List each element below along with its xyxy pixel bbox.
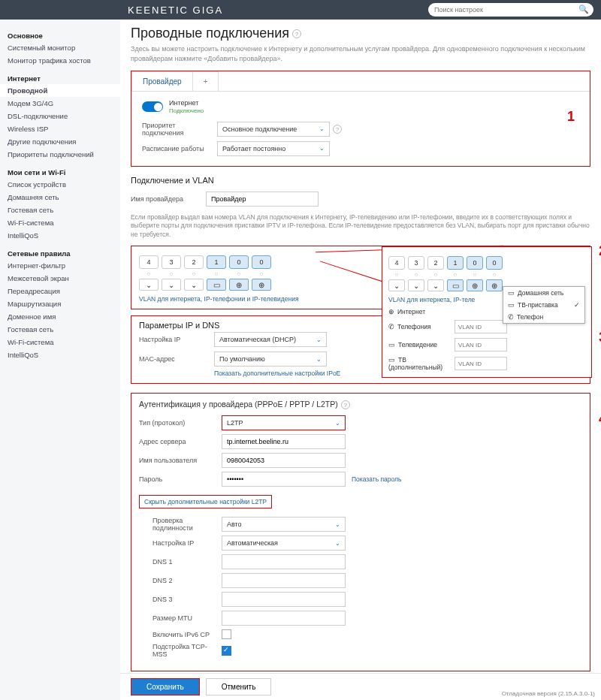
sidebar-item[interactable]: Переадресация	[0, 285, 120, 297]
provider-name-label: Имя провайдера	[131, 195, 206, 203]
sidebar-group: Сетевые правила	[0, 246, 120, 259]
sidebar-item[interactable]: Гостевая сеть	[0, 323, 120, 336]
sidebar: ОсновноеСистемный мониторМонитор трафика…	[0, 20, 120, 700]
auth-title: Аутентификация у провайдера (PPPoE / PPT…	[139, 400, 582, 409]
ipcfg2-select[interactable]: Автоматическая⌄	[222, 536, 346, 551]
username-label: Имя пользователя	[139, 457, 222, 464]
port[interactable]: 0○⊕	[486, 256, 503, 291]
port[interactable]: 1○▭	[207, 255, 226, 291]
dns1-input[interactable]	[222, 554, 346, 569]
port[interactable]: 3○⌄	[162, 255, 181, 291]
port-role-dropdown[interactable]: ▭Домашняя сеть ▭ТВ-приставка ✆Телефон	[503, 286, 585, 324]
dns1-label: DNS 1	[153, 558, 222, 566]
tcpmss-label: Подстройка TCP-MSS	[153, 643, 222, 658]
popup-internet-label: ⊕Интернет	[388, 308, 455, 315]
sidebar-item[interactable]: IntelliQoS	[0, 229, 120, 242]
port[interactable]: 2○⌄	[427, 256, 444, 291]
ip-title: Параметры IP и DNS	[139, 321, 219, 330]
vlan-hint: Если провайдер выдал вам номера VLAN для…	[131, 213, 590, 240]
brand-logo: KEENETIC GIGA	[128, 5, 223, 16]
server-label: Адрес сервера	[139, 438, 222, 445]
port[interactable]: 0○⊕	[229, 255, 249, 291]
ipoe-more-link[interactable]: Показать дополнительные настройки IPoE	[214, 370, 340, 377]
hide-l2tp-link[interactable]: Скрыть дополнительные настройки L2TP	[139, 495, 272, 508]
sidebar-item[interactable]: Доменное имя	[0, 310, 120, 323]
port[interactable]: 0○⊕	[467, 256, 483, 291]
schedule-select[interactable]: Работает постоянно⌄	[217, 141, 330, 156]
mtu-label: Размер MTU	[153, 614, 222, 622]
port[interactable]: 1○▭	[447, 256, 464, 291]
mac-select[interactable]: По умолчанию⌄	[214, 352, 327, 367]
username-input[interactable]	[222, 453, 346, 468]
sidebar-item[interactable]: Маршрутизация	[0, 297, 120, 310]
show-password-link[interactable]: Показать пароль	[352, 475, 401, 483]
tab-add-provider[interactable]: +	[192, 71, 219, 91]
priority-select[interactable]: Основное подключение⌄	[217, 122, 330, 137]
ipcfg2-label: Настройка IP	[153, 539, 222, 547]
dropdown-item[interactable]: ▭ТВ-приставка	[503, 299, 584, 311]
dropdown-item[interactable]: ▭Домашняя сеть	[503, 287, 584, 299]
ipv6cp-checkbox[interactable]	[222, 629, 231, 639]
sidebar-item[interactable]: Приоритеты подключений	[0, 148, 120, 161]
mtu-input[interactable]	[222, 611, 346, 626]
server-input[interactable]	[222, 434, 346, 449]
help-icon[interactable]: ?	[292, 29, 301, 38]
port[interactable]: 2○⌄	[184, 255, 204, 291]
annotation-1: 1	[567, 109, 575, 125]
sidebar-item[interactable]: Проводной	[0, 84, 120, 97]
auth-panel: Аутентификация у провайдера (PPPoE / PPT…	[131, 393, 590, 671]
priority-label: Приоритет подключения	[142, 122, 217, 137]
cancel-button[interactable]: Отменить	[206, 678, 272, 695]
sidebar-item[interactable]: Гостевая сеть	[0, 204, 120, 216]
internet-toggle[interactable]	[142, 101, 163, 112]
sidebar-item[interactable]: Монитор трафика хостов	[0, 54, 120, 67]
popup-tv-label: ▭Телевидение	[388, 341, 455, 348]
vlan-tv-input[interactable]	[455, 338, 507, 352]
sidebar-item[interactable]: Другие подключения	[0, 135, 120, 148]
vlan-phone-input[interactable]	[455, 320, 507, 333]
sidebar-item[interactable]: Интернет-фильтр	[0, 259, 120, 272]
port[interactable]: 4○⌄	[139, 255, 159, 291]
sidebar-item[interactable]: DSL-подключение	[0, 110, 120, 122]
search-input[interactable]	[428, 3, 593, 17]
popup-phone-label: ✆Телефония	[388, 323, 455, 330]
internet-toggle-label: Интернет Подключено	[169, 99, 204, 114]
search-icon[interactable]: 🔍	[578, 5, 589, 14]
sidebar-item[interactable]: Межсетевой экран	[0, 272, 120, 285]
protocol-label: Тип (протокол)	[139, 419, 222, 427]
schedule-label: Расписание работы	[142, 145, 217, 152]
sidebar-item[interactable]: Системный монитор	[0, 41, 120, 54]
port[interactable]: 4○⌄	[388, 256, 405, 291]
ip-config-select[interactable]: Автоматическая (DHCP)⌄	[214, 332, 327, 347]
authcheck-select[interactable]: Авто⌄	[222, 517, 346, 532]
port[interactable]: 3○⌄	[408, 256, 424, 291]
ipv6cp-label: Включить IPv6 CP	[153, 631, 222, 638]
sidebar-item[interactable]: Список устройств	[0, 178, 120, 191]
sidebar-item[interactable]: IntelliQoS	[0, 348, 120, 361]
tab-provider[interactable]: Провайдер	[131, 71, 193, 91]
password-input[interactable]	[222, 472, 346, 487]
save-button[interactable]: Сохранить	[131, 679, 199, 695]
version-label: Отладочная версия (2.15.A.3.0-1)	[502, 690, 595, 697]
mac-label: MAC-адрес	[139, 355, 214, 363]
sidebar-item[interactable]: Модем 3G/4G	[0, 97, 120, 110]
sidebar-item[interactable]: Wi-Fi-система	[0, 216, 120, 229]
page-subtitle: Здесь вы можете настроить подключение к …	[131, 44, 590, 63]
sidebar-item[interactable]: Wi-Fi-система	[0, 336, 120, 348]
protocol-select[interactable]: L2TP⌄	[222, 415, 346, 430]
dns2-input[interactable]	[222, 573, 346, 588]
vlan-tv2-input[interactable]	[455, 357, 507, 370]
help-icon[interactable]: ?	[341, 400, 350, 409]
vlan-popup: 4○⌄3○⌄2○⌄1○▭0○⊕0○⊕ VLAN для интернета, I…	[382, 246, 592, 378]
help-icon[interactable]: ?	[333, 125, 342, 134]
ip-config-label: Настройка IP	[139, 336, 214, 343]
dns2-label: DNS 2	[153, 577, 222, 584]
dns3-input[interactable]	[222, 592, 346, 607]
sidebar-item[interactable]: Домашняя сеть	[0, 191, 120, 204]
provider-name-input[interactable]	[206, 192, 319, 207]
sidebar-item[interactable]: Wireless ISP	[0, 122, 120, 135]
page-title: Проводные подключения?	[131, 26, 590, 41]
tcpmss-checkbox[interactable]	[222, 646, 231, 656]
port[interactable]: 0○⊕	[252, 255, 271, 291]
dropdown-item[interactable]: ✆Телефон	[503, 311, 584, 323]
